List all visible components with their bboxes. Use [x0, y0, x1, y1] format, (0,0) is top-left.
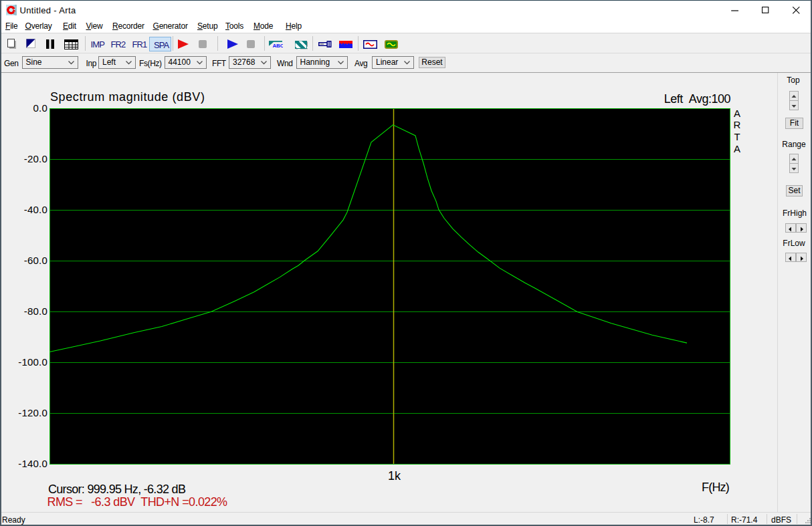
svg-text:ABC: ABC	[273, 43, 284, 48]
